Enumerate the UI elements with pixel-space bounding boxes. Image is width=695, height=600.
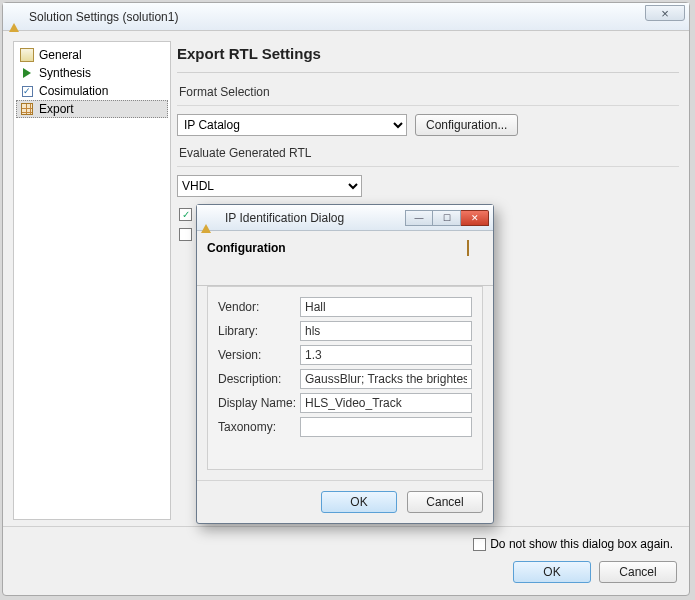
dialog-title: IP Identification Dialog: [225, 211, 401, 225]
app-icon: [9, 10, 23, 24]
display-name-input[interactable]: [300, 393, 472, 413]
page-heading: Export RTL Settings: [177, 45, 679, 62]
dialog-heading: Configuration: [207, 241, 483, 255]
ok-button[interactable]: OK: [513, 561, 591, 583]
nav-label: Synthesis: [39, 66, 91, 80]
nav-item-cosimulation[interactable]: ✓ Cosimulation: [16, 82, 168, 100]
nav-tree: General Synthesis ✓ Cosimulation Export: [13, 41, 171, 520]
page-icon: [20, 48, 34, 62]
dont-show-checkbox[interactable]: [473, 538, 486, 551]
check-icon: ✓: [20, 84, 34, 98]
nav-label: General: [39, 48, 82, 62]
window-footer: Do not show this dialog box again. OK Ca…: [3, 526, 689, 595]
vendor-label: Vendor:: [218, 300, 300, 314]
vendor-input[interactable]: [300, 297, 472, 317]
window-close-button[interactable]: ×: [645, 5, 685, 21]
close-button[interactable]: ✕: [461, 210, 489, 226]
nav-item-general[interactable]: General: [16, 46, 168, 64]
dialog-ok-button[interactable]: OK: [321, 491, 397, 513]
dialog-footer: OK Cancel: [197, 480, 493, 523]
library-input[interactable]: [300, 321, 472, 341]
nav-item-synthesis[interactable]: Synthesis: [16, 64, 168, 82]
vivado-pnr-checkbox[interactable]: [179, 228, 192, 241]
minimize-button[interactable]: —: [405, 210, 433, 226]
heading-divider: [177, 72, 679, 73]
library-label: Library:: [218, 324, 300, 338]
window-title: Solution Settings (solution1): [29, 10, 178, 24]
nav-label: Cosimulation: [39, 84, 108, 98]
taxonomy-input[interactable]: [300, 417, 472, 437]
dialog-body: Configuration Vendor: Library: Version: …: [197, 231, 493, 480]
version-label: Version:: [218, 348, 300, 362]
divider: [177, 105, 679, 106]
version-input[interactable]: [300, 345, 472, 365]
close-icon: ×: [661, 7, 669, 20]
dialog-titlebar: IP Identification Dialog — ☐ ✕: [197, 205, 493, 231]
format-select[interactable]: IP Catalog: [177, 114, 407, 136]
grid-icon: [20, 102, 34, 116]
vivado-synthesis-checkbox[interactable]: ✓: [179, 208, 192, 221]
cancel-button[interactable]: Cancel: [599, 561, 677, 583]
nav-item-export[interactable]: Export: [16, 100, 168, 118]
configuration-button[interactable]: Configuration...: [415, 114, 518, 136]
taxonomy-label: Taxonomy:: [218, 420, 300, 434]
divider: [177, 166, 679, 167]
dialog-window-buttons: — ☐ ✕: [405, 210, 489, 226]
description-label: Description:: [218, 372, 300, 386]
dont-show-label: Do not show this dialog box again.: [490, 537, 673, 551]
dialog-cancel-button[interactable]: Cancel: [407, 491, 483, 513]
ip-identification-dialog: IP Identification Dialog — ☐ ✕ Configura…: [196, 204, 494, 524]
app-icon: [201, 211, 215, 225]
eval-select[interactable]: VHDL: [177, 175, 362, 197]
titlebar: Solution Settings (solution1) ×: [3, 3, 689, 31]
description-input[interactable]: [300, 369, 472, 389]
form-panel: Vendor: Library: Version: Description: D…: [207, 286, 483, 470]
display-name-label: Display Name:: [218, 396, 300, 410]
maximize-button[interactable]: ☐: [433, 210, 461, 226]
grid-icon: [467, 241, 483, 257]
format-section-label: Format Selection: [179, 85, 679, 99]
eval-section-label: Evaluate Generated RTL: [179, 146, 679, 160]
nav-label: Export: [39, 102, 74, 116]
play-icon: [20, 66, 34, 80]
